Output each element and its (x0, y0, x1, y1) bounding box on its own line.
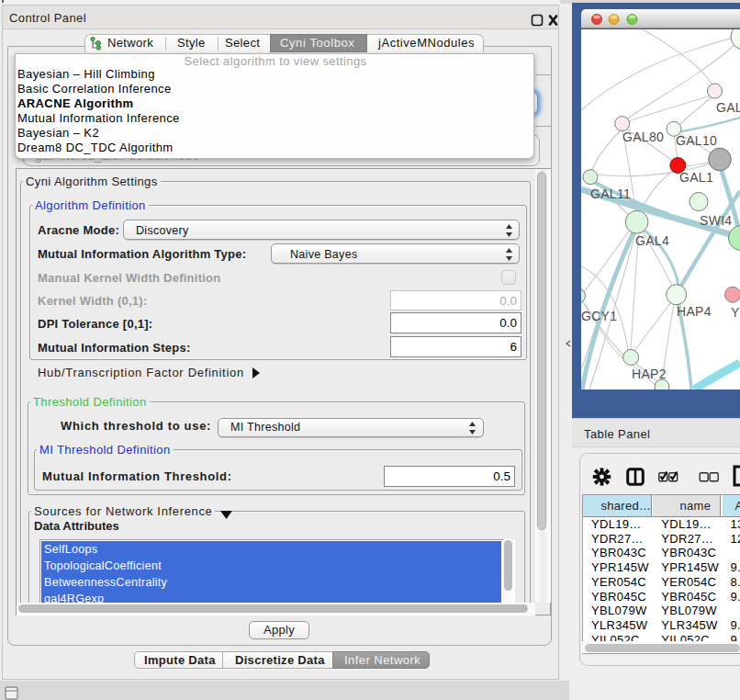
svg-text:HAP4: HAP4 (677, 304, 712, 319)
svg-text:GAL4: GAL4 (635, 233, 669, 248)
svg-text:HAP2: HAP2 (632, 367, 667, 381)
svg-text:GAL80: GAL80 (622, 130, 664, 144)
svg-text:GCY1: GCY1 (581, 309, 617, 323)
svg-text:GAL11: GAL11 (590, 186, 631, 201)
svg-text:GAL10: GAL10 (676, 133, 717, 148)
svg-text:Y: Y (731, 305, 740, 320)
svg-text:SWI4: SWI4 (700, 213, 732, 228)
svg-text:GAL7: GAL7 (716, 100, 740, 115)
svg-text:GAL1: GAL1 (679, 170, 713, 185)
